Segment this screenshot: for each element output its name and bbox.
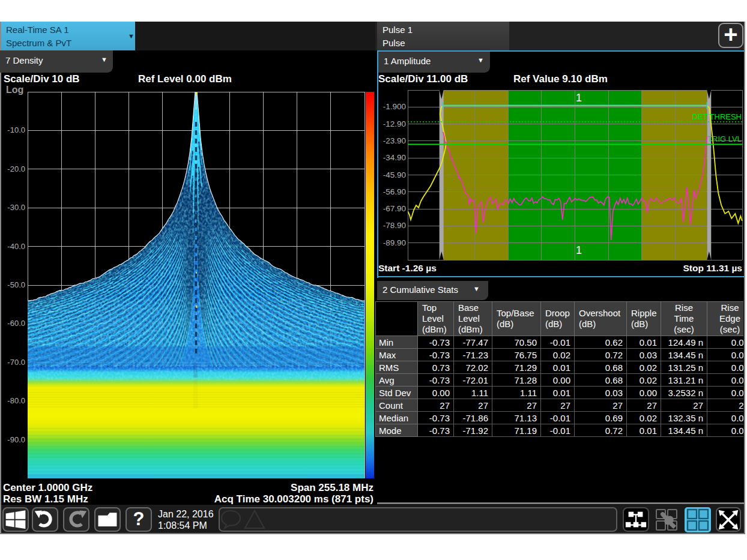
- svg-text:1: 1: [576, 244, 582, 256]
- svg-text:1: 1: [576, 92, 582, 104]
- svg-text:TRIG LVL: TRIG LVL: [707, 134, 742, 143]
- svg-text:DET THRESH: DET THRESH: [692, 112, 742, 121]
